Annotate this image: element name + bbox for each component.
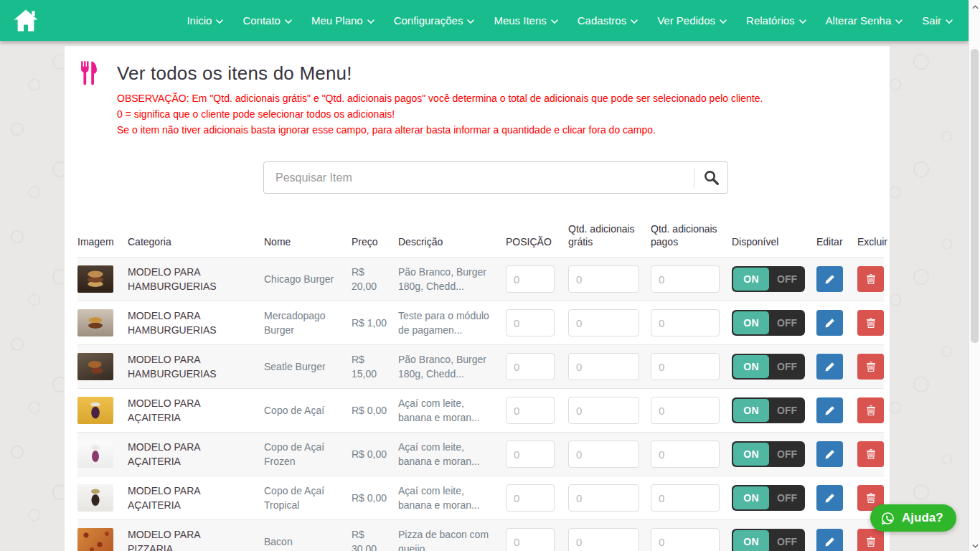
delete-button[interactable]: [857, 266, 884, 292]
pencil-icon: [824, 449, 835, 460]
qty-free-input[interactable]: [568, 484, 639, 512]
edit-button[interactable]: [816, 354, 843, 380]
pencil-icon: [824, 405, 835, 416]
toggle-off-label: OFF: [769, 405, 805, 416]
toggle-off-label: OFF: [769, 317, 805, 329]
search-icon: [703, 169, 720, 186]
pencil-icon: [824, 537, 835, 547]
observation-notes: OBSERVAÇÃO: Em "Qtd. adicionais grátis" …: [117, 90, 884, 138]
delete-button[interactable]: [857, 397, 884, 423]
header-imagem: Imagem: [77, 235, 128, 248]
qty-free-input[interactable]: [568, 441, 639, 468]
page-scrollbar[interactable]: [969, 0, 980, 551]
qty-free-input[interactable]: [568, 309, 639, 336]
nav-item-contato[interactable]: Contato: [242, 14, 292, 27]
nav-item-relatorios[interactable]: Relatórios: [746, 14, 806, 27]
cutlery-icon: [79, 61, 98, 85]
availability-toggle[interactable]: ON OFF: [732, 529, 805, 551]
header-disponivel: Disponível: [732, 235, 816, 248]
item-image: [77, 397, 113, 424]
item-price: R$ 0,00: [352, 403, 398, 418]
table-header: Imagem Categoria Nome Preço Descrição PO…: [77, 207, 884, 257]
edit-button[interactable]: [816, 441, 843, 467]
item-description: Açaí com leite, banana e moran...: [398, 440, 506, 468]
home-button[interactable]: [13, 9, 39, 32]
qty-free-input[interactable]: [568, 397, 639, 424]
position-input[interactable]: [506, 265, 555, 293]
delete-button[interactable]: [857, 354, 884, 380]
search-input[interactable]: [264, 162, 694, 193]
qty-paid-input[interactable]: [651, 309, 720, 336]
qty-paid-input[interactable]: [651, 441, 720, 468]
home-icon: [13, 9, 39, 32]
item-image: [77, 441, 113, 468]
nav-item-meus-itens[interactable]: Meus Itens: [494, 14, 557, 27]
scrollbar-thumb[interactable]: [971, 49, 979, 343]
content-card: Ver todos os itens do Menu! OBSERVAÇÃO: …: [65, 46, 890, 551]
table-row: MODELO PARA HAMBURGUERIAS Mercadopago Bu…: [77, 301, 884, 344]
edit-button[interactable]: [816, 529, 843, 551]
toggle-off-label: OFF: [769, 273, 805, 285]
edit-button[interactable]: [816, 266, 843, 292]
chevron-down-icon: [285, 19, 292, 24]
qty-free-input[interactable]: [568, 528, 639, 551]
scrollbar-down-arrow[interactable]: [971, 542, 979, 550]
availability-toggle[interactable]: ON OFF: [732, 310, 805, 336]
toggle-on-label: ON: [733, 486, 769, 509]
nav-item-label: Cadastros: [578, 14, 626, 27]
nav-item-sair[interactable]: Sair: [922, 14, 953, 27]
delete-button[interactable]: [857, 310, 884, 336]
header-posicao: POSIÇÃO: [506, 235, 568, 248]
position-input[interactable]: [506, 353, 555, 380]
availability-toggle[interactable]: ON OFF: [732, 441, 805, 467]
search-bar: [263, 161, 728, 194]
availability-toggle[interactable]: ON OFF: [732, 485, 805, 511]
edit-button[interactable]: [816, 485, 843, 511]
qty-paid-input[interactable]: [651, 265, 720, 293]
item-category: MODELO PARA HAMBURGUERIAS: [128, 352, 264, 381]
header-qtd-gratis: Qtd. adicionais grátis: [568, 222, 651, 248]
qty-paid-input[interactable]: [651, 397, 720, 424]
item-category: MODELO PARA PIZZARIA: [128, 527, 264, 551]
availability-toggle[interactable]: ON OFF: [732, 266, 805, 292]
scrollbar-up-arrow[interactable]: [971, 4, 979, 11]
chevron-down-icon: [895, 19, 903, 24]
position-input[interactable]: [506, 528, 555, 551]
nav-item-meu-plano[interactable]: Meu Plano: [311, 14, 374, 27]
item-name: Mercadopago Burger: [264, 309, 352, 337]
search-button[interactable]: [694, 162, 727, 193]
toggle-on-label: ON: [733, 311, 769, 334]
edit-button[interactable]: [816, 310, 843, 336]
pencil-icon: [824, 493, 835, 504]
pencil-icon: [824, 318, 835, 329]
trash-icon: [866, 273, 876, 285]
help-whatsapp-button[interactable]: Ajuda?: [870, 504, 956, 532]
delete-button[interactable]: [857, 441, 884, 467]
top-navbar: Inicio Contato Meu Plano Configurações M: [0, 0, 969, 41]
nav-item-configuracoes[interactable]: Configurações: [394, 14, 475, 27]
qty-paid-input[interactable]: [651, 353, 720, 380]
toggle-off-label: OFF: [769, 448, 805, 460]
position-input[interactable]: [506, 484, 555, 512]
qty-free-input[interactable]: [568, 265, 639, 293]
delete-button[interactable]: [857, 529, 884, 551]
availability-toggle[interactable]: ON OFF: [732, 397, 805, 423]
nav-item-label: Relatórios: [746, 14, 795, 27]
nav-item-inicio[interactable]: Inicio: [187, 14, 223, 27]
edit-button[interactable]: [816, 397, 843, 423]
nav-item-cadastros[interactable]: Cadastros: [578, 14, 638, 27]
nav-item-alterar-senha[interactable]: Alterar Senha: [826, 14, 903, 27]
table-row: MODELO PARA AÇAITERIA Copo de Açaí Froze…: [77, 432, 884, 476]
item-category: MODELO PARA AÇAITERIA: [128, 396, 264, 425]
qty-paid-input[interactable]: [651, 484, 720, 512]
position-input[interactable]: [506, 441, 555, 468]
nav-item-ver-pedidos[interactable]: Ver Pedidos: [657, 14, 727, 27]
nav-item-label: Meu Plano: [311, 14, 363, 27]
toggle-on-label: ON: [733, 268, 769, 291]
availability-toggle[interactable]: ON OFF: [732, 354, 805, 380]
position-input[interactable]: [506, 397, 555, 424]
qty-paid-input[interactable]: [651, 528, 720, 551]
nav-item-label: Alterar Senha: [826, 14, 892, 27]
qty-free-input[interactable]: [568, 353, 639, 380]
position-input[interactable]: [506, 309, 555, 336]
